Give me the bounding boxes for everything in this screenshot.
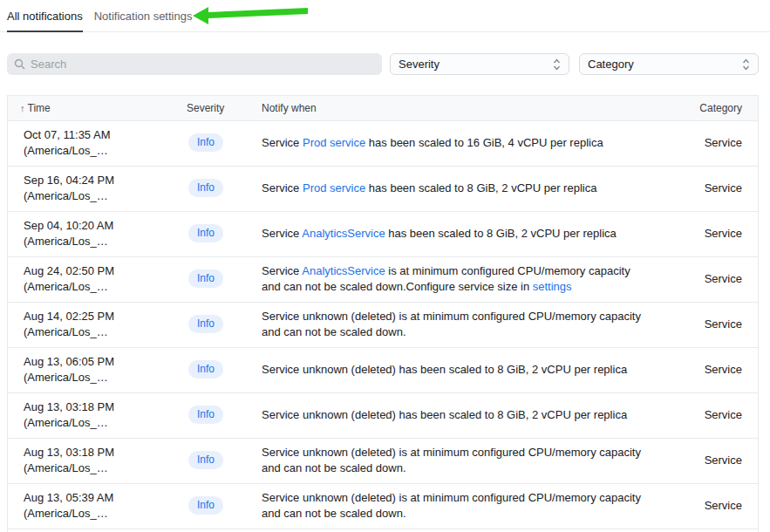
table-row: Oct 07, 11:35 AM (America/Los_… Info Ser… [8, 120, 758, 166]
time-cell: Aug 13, 06:05 PM (America/Los_… [8, 347, 180, 392]
notify-when-cell: Service AnalyticsService has been scaled… [254, 211, 671, 256]
notify-text-segment: has been scaled to 16 GiB, 4 vCPU per re… [365, 136, 603, 149]
severity-cell: Info [180, 529, 254, 532]
category-cell: Service [671, 392, 758, 438]
severity-cell: Info [180, 392, 254, 438]
notify-when-cell: Service Prod service has been scaled to … [254, 166, 671, 211]
notify-when-cell: Service unknown (deleted) is at minimum … [254, 483, 671, 529]
notify-text: Service unknown (deleted) has been scale… [262, 362, 647, 378]
search-icon [14, 58, 25, 70]
category-cell: Service [671, 347, 758, 392]
severity-badge: Info [188, 451, 223, 469]
tab-all-notifications[interactable]: All notifications [7, 9, 83, 32]
severity-badge: Info [188, 133, 223, 152]
severity-badge: Info [188, 406, 223, 424]
notify-text: Service Prod service has been scaled to … [262, 181, 647, 196]
table-row: Aug 13, 03:18 PM (America/Los_… Info Ser… [8, 438, 758, 483]
time-cell: Oct 07, 11:35 AM (America/Los_… [8, 120, 180, 166]
notify-text: Service AnalyticsService is at minimum c… [262, 263, 647, 295]
notify-text-segment: Service [262, 227, 302, 240]
notify-text: Service unknown (deleted) is at minimum … [262, 490, 647, 522]
notify-text: Service AnalyticsService has been scaled… [262, 226, 647, 242]
severity-badge: Info [188, 496, 223, 515]
severity-badge: Info [188, 179, 223, 197]
category-cell: Service [671, 211, 758, 256]
category-select-label: Category [588, 58, 634, 71]
category-cell: Service [671, 256, 758, 302]
notify-link[interactable]: AnalyticsService [302, 227, 385, 240]
notify-when-cell: Service Prod service has been scaled to … [254, 120, 671, 166]
table-row: Sep 16, 04:24 PM (America/Los_… Info Ser… [8, 166, 758, 211]
notify-when-cell: Service unknown (deleted) is at minimum … [254, 438, 671, 483]
notify-link[interactable]: settings [533, 280, 572, 293]
time-cell: Aug 14, 02:25 PM (America/Los_… [8, 302, 180, 347]
severity-select[interactable]: Severity [390, 53, 569, 75]
time-cell: Aug 13, 03:18 PM (America/Los_… [8, 392, 180, 438]
category-cell: Service [671, 302, 758, 347]
table-header-row: ↑Time Severity Notify when Category [8, 96, 758, 120]
table-row: Aug 13, 03:18 PM (America/Los_… Info Ser… [8, 392, 758, 438]
severity-cell: Info [180, 120, 254, 166]
severity-cell: Info [180, 302, 254, 347]
tab-notification-settings[interactable]: Notification settings [94, 9, 193, 31]
notify-text-segment: Service [262, 264, 302, 277]
severity-badge: Info [188, 224, 223, 242]
notify-text-segment: Service unknown (deleted) has been scale… [262, 408, 627, 421]
severity-cell: Info [180, 166, 254, 211]
search-input[interactable] [31, 58, 375, 71]
notify-text: Service unknown (deleted) is at minimum … [262, 309, 647, 340]
chevron-up-down-icon [742, 58, 750, 71]
notify-text-segment: Service [262, 136, 303, 149]
notify-when-cell: Service unknown (deleted) is at minimum … [254, 529, 671, 532]
notify-when-cell: Service AnalyticsService is at minimum c… [254, 256, 671, 302]
time-cell: Sep 16, 04:24 PM (America/Los_… [8, 166, 180, 211]
severity-cell: Info [180, 483, 254, 529]
green-arrow-annotation [193, 6, 308, 25]
severity-badge: Info [188, 269, 223, 288]
table-row: Aug 13, 06:05 PM (America/Los_… Info Ser… [8, 347, 758, 392]
table-row: Aug 13, 05:39 AM (America/Los_… Info Ser… [8, 483, 758, 529]
notify-link[interactable]: AnalyticsService [302, 264, 385, 277]
time-cell: Aug 13, 05:35 AM (America/Los_… [8, 529, 180, 532]
severity-badge: Info [188, 315, 223, 333]
category-cell: Service [671, 529, 758, 532]
notify-text-segment: Service unknown (deleted) has been scale… [262, 363, 627, 376]
time-cell: Aug 13, 03:18 PM (America/Los_… [8, 438, 180, 483]
notify-text-segment: Service unknown (deleted) is at minimum … [262, 310, 641, 338]
table-row: Sep 04, 10:20 AM (America/Los_… Info Ser… [8, 211, 758, 256]
notify-text-segment: Service unknown (deleted) is at minimum … [262, 491, 641, 520]
notify-text-segment: has been scaled to 8 GiB, 2 vCPU per rep… [365, 181, 596, 194]
notifications-table: ↑Time Severity Notify when Category Oct … [7, 95, 759, 532]
table-row: Aug 14, 02:25 PM (America/Los_… Info Ser… [8, 302, 758, 347]
column-header-notify-when: Notify when [254, 96, 671, 120]
category-cell: Service [671, 438, 758, 483]
severity-badge: Info [188, 360, 223, 379]
notify-text: Service Prod service has been scaled to … [262, 135, 647, 151]
time-cell: Aug 24, 02:50 PM (America/Los_… [8, 256, 180, 302]
notifications-page: All notifications Notification settings … [0, 0, 770, 532]
category-select[interactable]: Category [579, 53, 759, 75]
notify-link[interactable]: Prod service [303, 181, 365, 194]
tab-bar: All notifications Notification settings [0, 0, 770, 32]
category-cell: Service [671, 166, 758, 211]
notify-when-cell: Service unknown (deleted) has been scale… [254, 347, 671, 392]
column-header-category: Category [671, 96, 758, 120]
notify-text-segment: has been scaled to 8 GiB, 2 vCPU per rep… [385, 227, 617, 240]
severity-cell: Info [180, 438, 254, 483]
column-header-time[interactable]: ↑Time [8, 96, 180, 120]
notify-text-segment: Service [262, 181, 303, 194]
notify-link[interactable]: Prod service [303, 136, 365, 149]
table-row: Aug 24, 02:50 PM (America/Los_… Info Ser… [8, 256, 758, 302]
severity-cell: Info [180, 256, 254, 302]
severity-select-label: Severity [399, 58, 440, 71]
notify-when-cell: Service unknown (deleted) is at minimum … [254, 302, 671, 347]
severity-cell: Info [180, 347, 254, 392]
table-row: Aug 13, 05:35 AM (America/Los_… Info Ser… [8, 529, 758, 532]
notify-text: Service unknown (deleted) is at minimum … [262, 445, 647, 476]
search-box[interactable] [7, 53, 382, 75]
chevron-up-down-icon [553, 58, 561, 71]
filter-bar: Severity Category [7, 53, 759, 75]
notify-when-cell: Service unknown (deleted) has been scale… [254, 392, 671, 438]
notify-text: Service unknown (deleted) has been scale… [262, 407, 647, 423]
notify-text-segment: Service unknown (deleted) is at minimum … [262, 446, 641, 474]
